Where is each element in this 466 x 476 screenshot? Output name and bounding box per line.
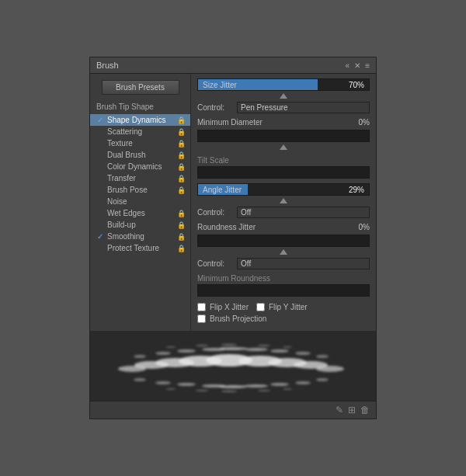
svg-point-8 bbox=[316, 366, 344, 372]
svg-point-23 bbox=[245, 384, 268, 387]
min-diameter-slider[interactable] bbox=[197, 130, 370, 142]
sidebar-item-wet-edges[interactable]: Wet Edges 🔒 bbox=[90, 207, 190, 219]
delete-brush-icon[interactable]: 🗑 bbox=[360, 405, 370, 415]
brush-presets-button[interactable]: Brush Presets bbox=[102, 80, 179, 95]
brush-projection-row: Brush Projection bbox=[197, 314, 370, 323]
check-smoothing: ✓ bbox=[95, 232, 106, 241]
titlebar-icons: « ✕ ≡ bbox=[346, 61, 370, 70]
control2-select[interactable]: Off Direction Pen Pressure Pen Tilt bbox=[237, 207, 370, 218]
size-jitter-slider-label: Size Jitter bbox=[203, 81, 237, 89]
check-shape-dynamics: ✓ bbox=[95, 116, 106, 124]
svg-point-13 bbox=[219, 347, 247, 350]
angle-jitter-slider-label: Angle Jitter bbox=[203, 186, 242, 194]
min-roundness-slider[interactable] bbox=[197, 284, 370, 297]
control3-select[interactable]: Off Direction Pen Pressure bbox=[237, 258, 370, 269]
label-color-dynamics: Color Dynamics bbox=[106, 162, 177, 171]
lock-build-up: 🔒 bbox=[177, 221, 186, 229]
svg-point-28 bbox=[196, 345, 208, 346]
flip-x-label: Flip X Jitter bbox=[210, 303, 249, 311]
angle-jitter-triangle bbox=[280, 198, 287, 203]
sidebar-item-shape-dynamics[interactable]: ✓ Shape Dynamics 🔒 bbox=[90, 114, 190, 126]
control3-label: Control: bbox=[197, 259, 232, 268]
roundness-jitter-slider[interactable] bbox=[197, 235, 370, 247]
sidebar-item-transfer[interactable]: Transfer 🔒 bbox=[90, 172, 190, 184]
size-jitter-slider[interactable]: Size Jitter 70% bbox=[197, 78, 370, 91]
lock-scattering: 🔒 bbox=[177, 128, 186, 136]
sidebar-item-scattering[interactable]: Scattering 🔒 bbox=[90, 126, 190, 137]
flip-x-row: Flip X Jitter bbox=[197, 303, 249, 311]
svg-point-18 bbox=[134, 378, 146, 381]
roundness-jitter-triangle bbox=[280, 249, 287, 255]
label-transfer: Transfer bbox=[106, 174, 177, 182]
min-diameter-row: Minimum Diameter 0% bbox=[197, 118, 370, 127]
sidebar-item-color-dynamics[interactable]: Color Dynamics 🔒 bbox=[90, 161, 190, 172]
tilt-scale-label: Tilt Scale bbox=[197, 156, 370, 165]
roundness-jitter-value: 0% bbox=[346, 223, 370, 231]
min-diameter-value: 0% bbox=[346, 118, 370, 127]
svg-point-26 bbox=[316, 378, 329, 381]
svg-point-11 bbox=[177, 349, 196, 353]
roundness-jitter-label: Roundness Jitter bbox=[197, 223, 346, 231]
brush-stroke-svg bbox=[109, 339, 357, 394]
content-area: Size Jitter 70% Control: Pen Pressure Of… bbox=[191, 74, 376, 331]
sidebar-item-noise[interactable]: Noise bbox=[90, 196, 190, 207]
label-protect-texture: Protect Texture bbox=[106, 244, 177, 252]
size-jitter-triangle bbox=[280, 93, 287, 99]
svg-point-17 bbox=[316, 355, 329, 358]
menu-icon[interactable]: ≡ bbox=[365, 61, 370, 70]
angle-jitter-slider-value: 29% bbox=[349, 186, 364, 194]
label-wet-edges: Wet Edges bbox=[106, 209, 177, 217]
brush-tip-shape-label: Brush Tip Shape bbox=[90, 101, 190, 114]
brush-preview bbox=[90, 332, 376, 401]
close-icon[interactable]: ✕ bbox=[354, 61, 360, 70]
svg-point-27 bbox=[166, 346, 176, 348]
label-brush-pose: Brush Pose bbox=[106, 186, 177, 194]
label-texture: Texture bbox=[106, 139, 177, 148]
lock-dual-brush: 🔒 bbox=[177, 151, 186, 159]
angle-jitter-slider[interactable]: Angle Jitter 29% bbox=[197, 183, 370, 196]
new-brush-icon[interactable]: ✎ bbox=[336, 405, 343, 415]
svg-point-10 bbox=[155, 352, 171, 355]
label-scattering: Scattering bbox=[106, 127, 177, 136]
panel-title: Brush bbox=[96, 61, 119, 70]
svg-point-31 bbox=[283, 346, 292, 348]
svg-point-16 bbox=[295, 352, 311, 355]
duplicate-brush-icon[interactable]: ⊞ bbox=[348, 405, 356, 415]
panel-body: Brush Presets Brush Tip Shape ✓ Shape Dy… bbox=[90, 74, 376, 331]
control2-row: Control: Off Direction Pen Pressure Pen … bbox=[197, 207, 370, 218]
sidebar-item-smoothing[interactable]: ✓ Smoothing 🔒 bbox=[90, 231, 190, 242]
tilt-scale-slider[interactable] bbox=[197, 166, 370, 179]
svg-point-30 bbox=[258, 345, 270, 346]
control1-row: Control: Pen Pressure Off Pen Tilt Stylu… bbox=[197, 102, 370, 113]
label-noise: Noise bbox=[106, 197, 186, 206]
collapse-icon[interactable]: « bbox=[346, 61, 350, 70]
sidebar-item-brush-pose[interactable]: Brush Pose 🔒 bbox=[90, 184, 190, 196]
brush-projection-label: Brush Projection bbox=[210, 314, 266, 323]
lock-texture: 🔒 bbox=[177, 140, 186, 148]
svg-point-35 bbox=[258, 390, 270, 391]
flip-y-checkbox[interactable] bbox=[256, 303, 265, 311]
svg-point-15 bbox=[270, 349, 289, 353]
control2-label: Control: bbox=[197, 208, 232, 217]
size-jitter-slider-value: 70% bbox=[349, 81, 364, 89]
lock-transfer: 🔒 bbox=[177, 175, 186, 182]
label-smoothing: Smoothing bbox=[106, 232, 177, 241]
svg-point-22 bbox=[219, 385, 247, 388]
lock-smoothing: 🔒 bbox=[177, 233, 186, 241]
control1-select[interactable]: Pen Pressure Off Pen Tilt Stylus Wheel R… bbox=[237, 102, 370, 113]
lock-wet-edges: 🔒 bbox=[177, 210, 186, 217]
svg-point-9 bbox=[134, 355, 146, 358]
flip-x-checkbox[interactable] bbox=[197, 303, 206, 311]
sidebar-item-build-up[interactable]: Build-up 🔒 bbox=[90, 219, 190, 231]
svg-point-33 bbox=[196, 390, 208, 391]
flip-y-label: Flip Y Jitter bbox=[269, 303, 308, 311]
svg-point-19 bbox=[155, 381, 171, 384]
sidebar-item-dual-brush[interactable]: Dual Brush 🔒 bbox=[90, 149, 190, 161]
flip-y-row: Flip Y Jitter bbox=[256, 303, 308, 311]
sidebar-item-protect-texture[interactable]: Protect Texture 🔒 bbox=[90, 242, 190, 254]
lock-brush-pose: 🔒 bbox=[177, 186, 186, 194]
sidebar-item-texture[interactable]: Texture 🔒 bbox=[90, 137, 190, 149]
brush-projection-checkbox[interactable] bbox=[197, 314, 206, 323]
label-dual-brush: Dual Brush bbox=[106, 151, 177, 159]
label-shape-dynamics: Shape Dynamics bbox=[106, 116, 177, 124]
